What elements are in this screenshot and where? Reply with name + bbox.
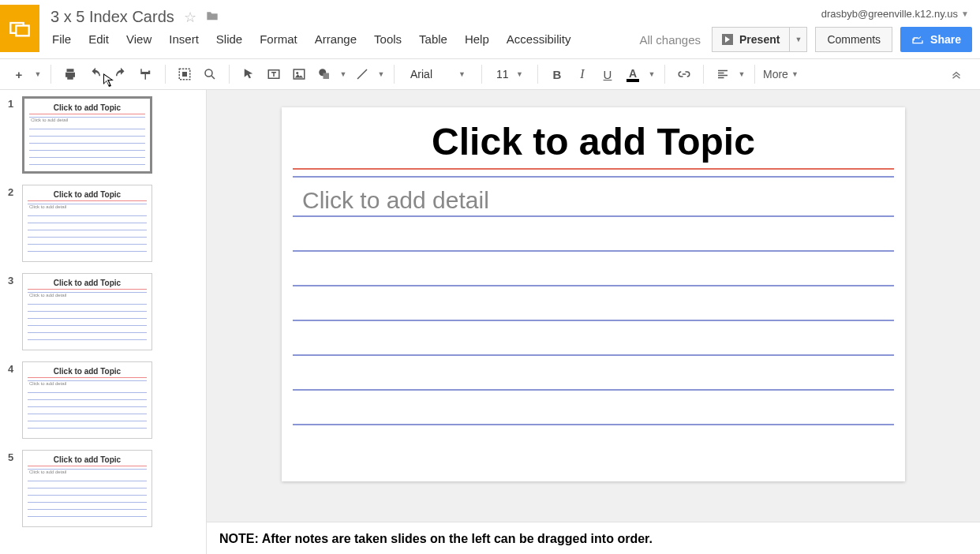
slide-number: 2 [8,185,22,198]
thumb-title: Click to add Topic [29,103,145,112]
slide-thumbnail[interactable]: Click to add TopicClick to add detail [22,361,152,439]
menu-table[interactable]: Table [419,32,447,46]
more-label: More [763,68,788,80]
app-header: 3 x 5 Index Cards ☆ File Edit View Inser… [0,0,980,52]
menu-arrange[interactable]: Arrange [315,32,357,46]
align-dropdown[interactable]: ▼ [737,70,746,78]
menu-tools[interactable]: Tools [374,32,402,46]
slide-number: 4 [8,361,22,375]
menu-help[interactable]: Help [465,32,489,46]
document-title[interactable]: 3 x 5 Index Cards [50,8,174,26]
thumb-detail: Click to add detail [29,118,145,122]
slide-thumbnail-item[interactable]: 3Click to add TopicClick to add detail [8,273,193,350]
text-color-dropdown[interactable]: ▼ [647,70,656,78]
redo-button[interactable] [110,63,132,85]
user-email-text: drasbyb@greenville.k12.ny.us [821,8,958,20]
slide-thumbnail-item[interactable]: 5Click to add TopicClick to add detail [8,450,193,527]
svg-point-7 [296,72,298,74]
print-button[interactable] [59,63,81,85]
line-tool[interactable] [351,63,373,85]
new-slide-button[interactable]: + [8,63,30,85]
canvas-area: Click to add Topic Click to add detail N… [207,90,980,554]
slide-thumbnail[interactable]: Click to add TopicClick to add detail [22,96,152,174]
present-dropdown[interactable]: ▼ [790,27,807,52]
menu-slide[interactable]: Slide [216,32,242,46]
textbox-tool[interactable] [263,63,285,85]
menu-format[interactable]: Format [260,32,297,46]
slide-panel[interactable]: 1Click to add TopicClick to add detail2C… [0,90,207,554]
star-icon[interactable]: ☆ [184,9,196,26]
font-name: Arial [410,68,432,80]
font-size-selector[interactable]: 11 ▼ [490,63,529,85]
user-email[interactable]: drasbyb@greenville.k12.ny.us ▼ [821,8,969,20]
account-dropdown-icon: ▼ [961,9,969,18]
menu-edit[interactable]: Edit [88,32,109,46]
slide-detail-placeholder[interactable]: Click to add detail [293,184,894,215]
share-icon [911,34,924,45]
image-tool[interactable] [288,63,310,85]
app-logo[interactable] [0,5,39,52]
play-icon [722,34,733,45]
select-tool[interactable] [238,63,260,85]
slide-thumbnail-item[interactable]: 1Click to add TopicClick to add detail [8,96,193,174]
svg-rect-1 [16,26,28,36]
svg-rect-3 [182,72,187,77]
link-button[interactable] [673,63,695,85]
present-button[interactable]: Present [712,27,790,52]
shape-tool[interactable] [313,63,335,85]
menu-view[interactable]: View [126,32,151,46]
align-button[interactable] [712,63,734,85]
more-button[interactable]: More ▼ [763,68,799,80]
svg-rect-9 [324,73,330,80]
new-slide-dropdown[interactable]: ▼ [33,70,43,78]
toolbar: + ▼ ▼ ▼ Arial ▼ 11 ▼ B I U A ▼ ▼ More ▼ [0,58,980,90]
slide-thumbnail[interactable]: Click to add TopicClick to add detail [22,450,152,527]
share-label: Share [930,33,961,46]
slide-thumbnail-item[interactable]: 2Click to add TopicClick to add detail [8,185,193,262]
slide-number: 3 [8,273,22,286]
undo-button[interactable] [84,63,107,85]
slide-title-placeholder[interactable]: Click to add Topic [293,114,894,167]
folder-icon[interactable] [206,10,219,24]
underline-button[interactable]: U [597,63,619,85]
menu-file[interactable]: File [52,32,71,46]
slide-thumbnail-item[interactable]: 4Click to add TopicClick to add detail [8,361,193,439]
thumb-detail: Click to add detail [28,204,147,209]
main-area: 1Click to add TopicClick to add detail2C… [0,90,980,554]
slide-number: 5 [8,450,22,463]
menu-accessibility[interactable]: Accessibility [507,32,571,46]
fit-button[interactable] [174,63,196,85]
thumb-detail: Click to add detail [28,293,147,298]
slide-thumbnail[interactable]: Click to add TopicClick to add detail [22,273,152,350]
zoom-button[interactable] [199,63,221,85]
menu-insert[interactable]: Insert [169,32,199,46]
font-size: 11 [496,68,509,80]
text-color-button[interactable]: A [622,63,644,85]
thumb-title: Click to add Topic [28,279,147,287]
collapse-toolbar-icon[interactable] [945,63,967,85]
italic-button[interactable]: I [571,63,593,85]
slide-number: 1 [8,96,22,110]
line-dropdown[interactable]: ▼ [376,70,386,78]
svg-point-4 [205,69,212,77]
share-button[interactable]: Share [900,27,972,52]
thumb-title: Click to add Topic [28,367,147,376]
present-label: Present [739,33,780,46]
paint-format-button[interactable] [135,63,157,85]
font-selector[interactable]: Arial ▼ [402,63,473,85]
slides-logo-icon [9,17,31,39]
bold-button[interactable]: B [546,63,568,85]
shape-dropdown[interactable]: ▼ [339,70,348,78]
slide-thumbnail[interactable]: Click to add TopicClick to add detail [22,185,152,262]
thumb-detail: Click to add detail [28,470,147,474]
thumb-title: Click to add Topic [28,190,147,199]
thumb-title: Click to add Topic [28,455,147,464]
speaker-notes[interactable]: NOTE: After notes are taken slides on th… [207,522,980,554]
thumb-detail: Click to add detail [28,381,147,386]
save-status: All changes [639,33,701,47]
slide-canvas[interactable]: Click to add Topic Click to add detail [282,107,905,481]
comments-button[interactable]: Comments [815,27,892,52]
